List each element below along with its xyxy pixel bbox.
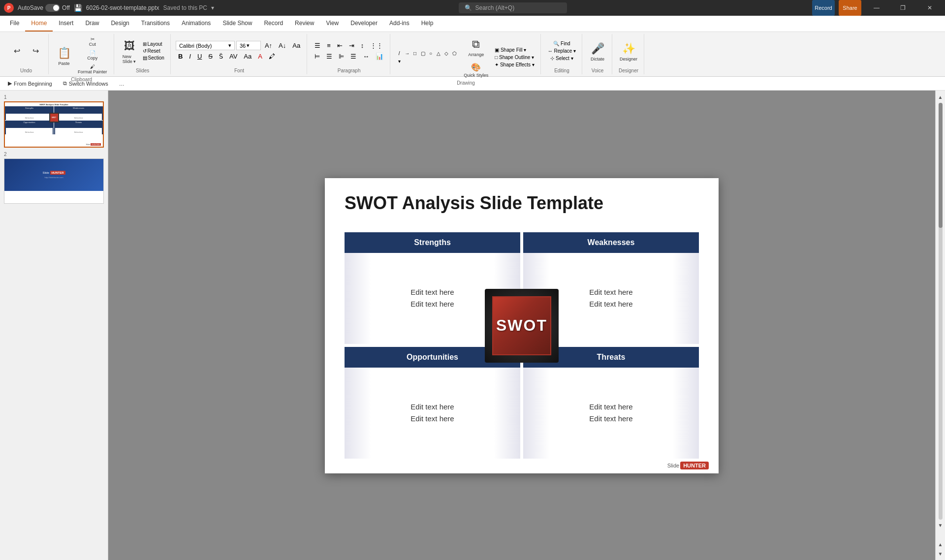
rounded-rect-shape[interactable]: ▢ bbox=[419, 49, 427, 57]
slide-number-1: 1 bbox=[4, 94, 104, 100]
mini-slide-label: Slide bbox=[86, 143, 90, 146]
clear-format-button[interactable]: Aa bbox=[290, 41, 303, 50]
pentagon-shape[interactable]: ⬠ bbox=[450, 49, 458, 57]
scroll-up-arrow[interactable]: ▲ bbox=[936, 93, 945, 102]
tab-design[interactable]: Design bbox=[105, 16, 135, 31]
tab-file[interactable]: File bbox=[4, 16, 25, 31]
new-slide-button[interactable]: 🖼 NewSlide ▾ bbox=[119, 37, 140, 65]
tab-animations[interactable]: Animations bbox=[176, 16, 217, 31]
strikethrough-button[interactable]: S bbox=[206, 52, 215, 61]
autosave-toggle[interactable] bbox=[45, 4, 60, 12]
search-bar[interactable]: 🔍 Search (Alt+Q) bbox=[459, 2, 567, 13]
copy-button[interactable]: 📄 Copy bbox=[75, 49, 110, 62]
highlight-button[interactable]: 🖍 bbox=[266, 52, 278, 61]
slide-thumbnail-1[interactable]: SWOT Analysis Slide Template Strengths E… bbox=[4, 101, 104, 148]
replace-button[interactable]: ↔ Replace ▾ bbox=[546, 48, 578, 54]
scroll-right-up[interactable]: ▲ bbox=[936, 540, 945, 549]
tab-home[interactable]: Home bbox=[25, 16, 53, 31]
select-button[interactable]: ⊹ Select ▾ bbox=[548, 55, 575, 62]
strengths-line1: Edit text here bbox=[410, 288, 454, 296]
arrow-shape[interactable]: → bbox=[403, 49, 411, 57]
shape-effects-button[interactable]: ✦ Shape Effects ▾ bbox=[493, 62, 536, 68]
font-name-dropdown[interactable]: Calibri (Body)▾ bbox=[176, 41, 235, 50]
find-button[interactable]: 🔍 Find bbox=[551, 40, 572, 47]
line-spacing-button[interactable]: ↕ bbox=[358, 41, 367, 50]
format-painter-button[interactable]: 🖌 Format Painter bbox=[75, 62, 110, 76]
slides-label: Slides bbox=[136, 67, 149, 73]
minimize-button[interactable]: — bbox=[865, 0, 888, 16]
share-button[interactable]: Share bbox=[839, 0, 861, 16]
font-color-button[interactable]: A bbox=[255, 52, 265, 61]
align-right-button[interactable]: ⊫ bbox=[336, 52, 346, 61]
circle-shape[interactable]: ○ bbox=[427, 49, 435, 57]
tab-draw[interactable]: Draw bbox=[79, 16, 105, 31]
shape-outline-button[interactable]: □ Shape Outline ▾ bbox=[493, 54, 536, 61]
tab-record[interactable]: Record bbox=[258, 16, 289, 31]
threats-body[interactable]: Edit text here Edit text here bbox=[523, 368, 699, 459]
scroll-right-down[interactable]: ▼ bbox=[936, 549, 945, 559]
close-button[interactable]: ✕ bbox=[918, 0, 941, 16]
from-beginning-button[interactable]: ▶ From Beginning bbox=[4, 79, 56, 88]
shadow-button[interactable]: S̈ bbox=[217, 52, 225, 61]
indent-increase-button[interactable]: ⇥ bbox=[346, 41, 357, 50]
tab-addins[interactable]: Add-ins bbox=[383, 16, 415, 31]
quick-styles-button[interactable]: 🎨 Quick Styles bbox=[461, 60, 491, 79]
bold-button[interactable]: B bbox=[176, 52, 185, 61]
scroll-down-arrow[interactable]: ▼ bbox=[936, 521, 945, 530]
slide-thumbnail-2[interactable]: Slide HUNTER http://slidehunter.com bbox=[4, 158, 104, 204]
font-size-dropdown[interactable]: 36▾ bbox=[236, 41, 261, 50]
opportunities-body[interactable]: Edit text here Edit text here bbox=[345, 368, 520, 459]
reset-button[interactable]: ↺ Reset bbox=[141, 48, 166, 54]
more-shapes[interactable]: ▾ bbox=[395, 57, 403, 65]
group-designer: ✨ Designer Designer bbox=[613, 34, 644, 74]
justify-button[interactable]: ☰ bbox=[348, 52, 359, 61]
paste-button[interactable]: 📋 Paste bbox=[54, 44, 74, 67]
line-shape[interactable]: / bbox=[395, 49, 403, 57]
tab-review[interactable]: Review bbox=[289, 16, 320, 31]
tab-insert[interactable]: Insert bbox=[53, 16, 79, 31]
rect-shape[interactable]: □ bbox=[411, 49, 419, 57]
align-left-button[interactable]: ⊨ bbox=[312, 52, 322, 61]
indent-decrease-button[interactable]: ⇤ bbox=[335, 41, 345, 50]
save-icon[interactable]: 💾 bbox=[74, 4, 82, 12]
switch-windows-label: Switch Windows bbox=[69, 81, 108, 87]
arrange-button[interactable]: ⧉ Arrange bbox=[461, 35, 491, 59]
redo-button[interactable]: ↪ bbox=[27, 44, 44, 59]
convert-smartart-button[interactable]: 📊 bbox=[373, 52, 386, 61]
diamond-shape[interactable]: ◇ bbox=[442, 49, 450, 57]
font-decrease-button[interactable]: A↓ bbox=[276, 41, 288, 50]
record-button[interactable]: Record bbox=[812, 0, 835, 16]
bullets-button[interactable]: ☰ bbox=[312, 41, 323, 50]
scroll-track[interactable] bbox=[939, 103, 943, 520]
undo-button[interactable]: ↩ bbox=[8, 44, 26, 59]
tab-transitions[interactable]: Transitions bbox=[135, 16, 176, 31]
tab-slideshow[interactable]: Slide Show bbox=[217, 16, 258, 31]
shape-fill-button[interactable]: ▣ Shape Fill ▾ bbox=[493, 47, 536, 53]
underline-button[interactable]: U bbox=[195, 52, 204, 61]
char-spacing-button[interactable]: AV bbox=[227, 52, 240, 61]
quadrant-opportunities[interactable]: Opportunities Edit text here Edit text h… bbox=[345, 347, 520, 459]
numbering-button[interactable]: ≡ bbox=[324, 41, 333, 50]
tab-developer[interactable]: Developer bbox=[345, 16, 383, 31]
font-increase-button[interactable]: A↑ bbox=[262, 41, 275, 50]
scroll-thumb[interactable] bbox=[939, 103, 943, 228]
maximize-button[interactable]: ❐ bbox=[892, 0, 914, 16]
tab-view[interactable]: View bbox=[320, 16, 345, 31]
layout-button[interactable]: ⊞ Layout bbox=[141, 41, 166, 47]
cut-button[interactable]: ✂ Cut bbox=[75, 35, 110, 48]
change-case-button[interactable]: Aa bbox=[241, 52, 254, 61]
extra-toolbar-button[interactable]: … bbox=[115, 79, 128, 88]
section-button[interactable]: ▤ Section bbox=[141, 55, 166, 61]
triangle-shape[interactable]: △ bbox=[435, 49, 442, 57]
designer-button[interactable]: ✨ Designer bbox=[617, 39, 640, 63]
dropdown-arrow[interactable]: ▾ bbox=[211, 4, 214, 11]
quadrant-threats[interactable]: Threats Edit text here Edit text here bbox=[523, 347, 699, 459]
switch-windows-button[interactable]: ⧉ Switch Windows bbox=[59, 79, 112, 88]
italic-button[interactable]: I bbox=[187, 52, 193, 61]
dictate-button[interactable]: 🎤 Dictate bbox=[587, 39, 608, 63]
columns-button[interactable]: ⋮⋮ bbox=[368, 41, 385, 50]
slide-canvas[interactable]: SWOT Analysis Slide Template Strengths E… bbox=[325, 178, 719, 473]
tab-help[interactable]: Help bbox=[415, 16, 440, 31]
align-center-button[interactable]: ☰ bbox=[324, 52, 335, 61]
text-direction-button[interactable]: ↔ bbox=[360, 52, 372, 61]
